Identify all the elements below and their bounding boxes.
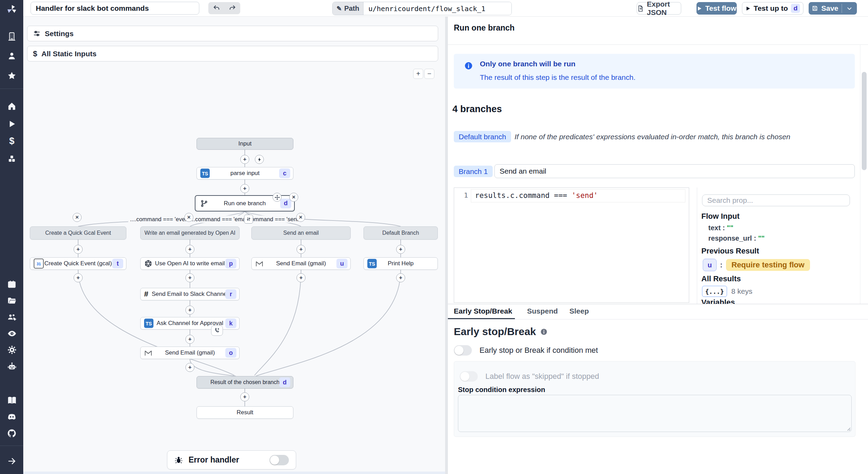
- stop-condition-textarea[interactable]: [458, 395, 852, 432]
- branch-header-label: Create a Quick Gcal Event: [45, 230, 111, 236]
- branch-header-node[interactable]: Create a Quick Gcal Event: [30, 226, 126, 240]
- resize-handle-icon[interactable]: [846, 426, 851, 431]
- branch-header-node[interactable]: Write an email generated by Open AI: [140, 226, 240, 240]
- branch-header-node[interactable]: Default Branch: [364, 226, 438, 240]
- panel-resize-gutter[interactable]: [445, 16, 448, 474]
- windmill-logo-icon[interactable]: [6, 3, 18, 15]
- resources-boxes-icon[interactable]: [7, 154, 17, 164]
- variables-dollar-icon[interactable]: $: [7, 136, 17, 146]
- user-icon[interactable]: [7, 51, 17, 61]
- branch1-summary-input[interactable]: [494, 164, 855, 178]
- discord-icon[interactable]: [7, 412, 17, 422]
- search-prop-input[interactable]: [702, 194, 850, 206]
- step-node-parse-input[interactable]: TS parse input c: [197, 167, 293, 180]
- tab-sleep[interactable]: Sleep: [569, 307, 589, 315]
- path-input[interactable]: [364, 2, 511, 15]
- add-step-button[interactable]: +: [185, 335, 194, 344]
- test-up-to-button[interactable]: Test up to d: [742, 2, 803, 15]
- early-stop-heading: Early stop/Break: [454, 326, 536, 338]
- audit-eye-icon[interactable]: [7, 329, 17, 338]
- add-step-button[interactable]: +: [185, 306, 194, 315]
- home-icon[interactable]: [7, 101, 17, 111]
- step-node-approval[interactable]: TS Ask Channel for Approval k: [140, 317, 240, 330]
- add-step-button[interactable]: +: [297, 245, 306, 254]
- prop-row[interactable]: text : "": [708, 224, 733, 232]
- branch-header-node[interactable]: Send an email: [251, 226, 351, 240]
- prev-step-id-badge: u: [703, 259, 717, 271]
- skip-toggle-label: Label flow as "skipped" if stopped: [485, 372, 599, 381]
- delete-step-button[interactable]: ×: [289, 193, 298, 202]
- export-json-button[interactable]: Export JSON: [637, 2, 681, 15]
- predicate-code-editor[interactable]: 1 results.c.command === 'send': [454, 188, 689, 303]
- play-icon: [745, 6, 751, 11]
- save-button[interactable]: Save: [809, 2, 842, 15]
- add-step-button[interactable]: +: [240, 392, 249, 401]
- reorder-branches-button[interactable]: [244, 215, 253, 224]
- remove-branch-button[interactable]: ×: [73, 213, 82, 222]
- folders-icon[interactable]: [7, 296, 17, 306]
- code-expression: results.c.command ===: [475, 191, 571, 200]
- skip-label-toggle[interactable]: [460, 371, 478, 382]
- add-step-button[interactable]: +: [74, 273, 83, 282]
- remove-branch-button[interactable]: ×: [296, 213, 305, 222]
- step-node-gcal[interactable]: 31 Create Quick Event (gcal) t: [30, 257, 126, 270]
- redo-icon[interactable]: [229, 5, 236, 12]
- add-step-button[interactable]: +: [185, 273, 194, 282]
- schedules-calendar-icon[interactable]: [7, 280, 17, 289]
- github-icon[interactable]: [7, 429, 17, 438]
- save-menu-button[interactable]: [842, 2, 857, 15]
- add-step-button[interactable]: +: [185, 245, 194, 254]
- step-node-gmail-final[interactable]: Send Email (gmail) o: [140, 347, 240, 359]
- file-export-icon: [637, 5, 644, 12]
- error-handler-bar[interactable]: Error handler: [167, 450, 296, 469]
- all-results-row[interactable]: {...} 8 keys: [702, 286, 752, 297]
- canvas-hscrollbar[interactable]: [23, 472, 445, 474]
- keys-count-label: 8 keys: [731, 287, 752, 296]
- trigger-lightning-button[interactable]: [255, 155, 264, 164]
- step-node-openai[interactable]: Use Open AI to write email p: [140, 257, 240, 270]
- ai-bot-icon[interactable]: [7, 361, 17, 371]
- branch-predicate-label: ....command === 'email': [187, 216, 251, 223]
- add-step-button[interactable]: +: [297, 273, 306, 282]
- add-step-button[interactable]: +: [396, 273, 405, 282]
- collapse-arrow-icon[interactable]: [7, 456, 17, 466]
- test-flow-button[interactable]: Test flow: [696, 2, 737, 15]
- step-node-gmail-send[interactable]: Send Email (gmail) u: [251, 257, 351, 270]
- error-handler-toggle[interactable]: [269, 455, 289, 465]
- add-step-button[interactable]: +: [240, 155, 249, 164]
- collector-node[interactable]: Result of the chosen branch d: [197, 376, 293, 389]
- add-step-button[interactable]: +: [74, 245, 83, 254]
- early-stop-toggle[interactable]: [454, 345, 472, 356]
- path-edit-button[interactable]: ✎ Path: [333, 2, 364, 15]
- settings-gear-icon[interactable]: [7, 345, 17, 355]
- panel-scrollbar[interactable]: [862, 72, 867, 170]
- input-node[interactable]: Input: [197, 138, 293, 150]
- add-step-button[interactable]: +: [185, 363, 194, 372]
- docs-book-icon[interactable]: [7, 395, 17, 405]
- add-step-button[interactable]: +: [396, 245, 405, 254]
- favorites-star-icon[interactable]: [7, 71, 17, 81]
- history-group: [208, 2, 240, 14]
- workspace-icon[interactable]: [7, 32, 17, 41]
- move-step-button[interactable]: [273, 193, 282, 202]
- flow-canvas[interactable]: Settings $ All Static Inputs + −: [23, 16, 445, 474]
- tab-suspend[interactable]: Suspend: [527, 307, 558, 315]
- step-id-badge: t: [112, 259, 123, 268]
- runs-play-icon[interactable]: [7, 119, 17, 129]
- step-id-badge: d: [280, 199, 291, 208]
- remove-branch-button[interactable]: ×: [184, 213, 193, 222]
- object-braces-badge: {...}: [702, 286, 727, 297]
- chevron-down-icon: [846, 6, 852, 11]
- info-circle-icon[interactable]: [540, 328, 548, 335]
- result-node[interactable]: Result: [197, 406, 293, 419]
- undo-icon[interactable]: [213, 5, 220, 12]
- flow-name-input[interactable]: [31, 2, 199, 15]
- slack-icon: #: [144, 290, 148, 299]
- step-node-slack[interactable]: # Send Email to Slack Channel r: [140, 288, 240, 300]
- previous-result-row[interactable]: u : Require testing flow: [703, 259, 810, 271]
- tab-early-stop-break[interactable]: Early Stop/Break: [454, 307, 512, 315]
- prop-row[interactable]: response_url : "": [708, 234, 765, 242]
- groups-users-icon[interactable]: [7, 312, 17, 322]
- step-node-print-help[interactable]: TS Print Help: [364, 257, 438, 270]
- add-step-button[interactable]: +: [240, 184, 249, 193]
